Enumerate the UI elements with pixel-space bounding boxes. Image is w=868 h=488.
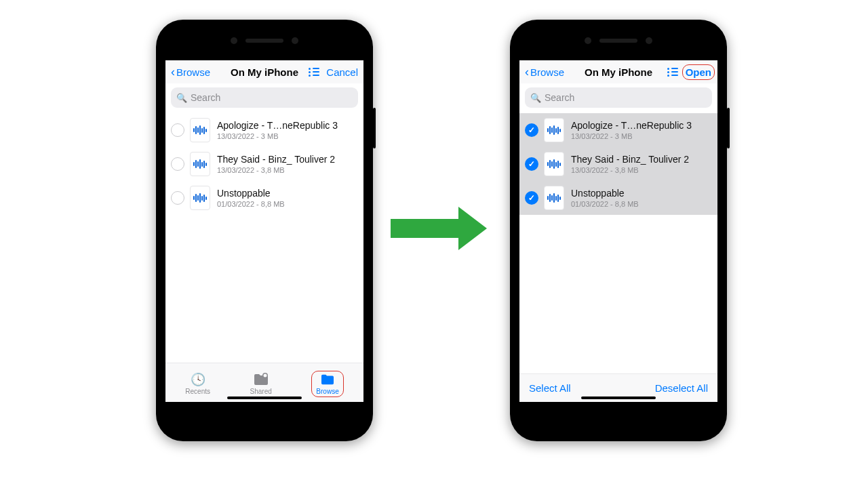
checkbox-empty[interactable]	[171, 191, 184, 205]
phone-mockup-right: ‹ Browse On My iPhone Open 🔍 Search Apol…	[510, 20, 727, 441]
chevron-left-icon: ‹	[525, 66, 529, 78]
checkbox-empty[interactable]	[171, 157, 184, 171]
clock-icon: 🕓	[190, 373, 206, 386]
file-subtitle: 13/03/2022 - 3,8 MB	[217, 166, 335, 174]
home-indicator	[227, 396, 302, 399]
file-row[interactable]: Apologize - T…neRepublic 3 13/03/2022 - …	[519, 113, 717, 147]
audio-file-icon	[544, 152, 564, 176]
file-row[interactable]: They Said - Binz_ Touliver 2 13/03/2022 …	[165, 147, 363, 181]
audio-file-icon	[544, 118, 564, 142]
file-name: Unstoppable	[217, 188, 285, 199]
back-label: Browse	[176, 66, 210, 78]
screen-right: ‹ Browse On My iPhone Open 🔍 Search Apol…	[519, 60, 717, 402]
file-subtitle: 01/03/2022 - 8,8 MB	[217, 200, 285, 208]
file-row[interactable]: Unstoppable 01/03/2022 - 8,8 MB	[519, 181, 717, 215]
navbar: ‹ Browse On My iPhone Open	[519, 60, 717, 83]
tab-browse[interactable]: Browse	[311, 371, 343, 397]
audio-file-icon	[190, 152, 210, 176]
shared-folder-icon	[253, 373, 269, 386]
tab-recents[interactable]: 🕓 Recents	[185, 373, 210, 395]
open-button[interactable]: Open	[682, 64, 715, 80]
tab-shared[interactable]: Shared	[250, 373, 272, 395]
file-row[interactable]: They Said - Binz_ Touliver 2 13/03/2022 …	[519, 147, 717, 181]
cancel-button[interactable]: Cancel	[326, 66, 358, 78]
file-name: Apologize - T…neRepublic 3	[571, 120, 692, 131]
search-placeholder: Search	[545, 92, 574, 103]
phone-mockup-left: ‹ Browse On My iPhone Cancel 🔍 Search Ap…	[156, 20, 373, 441]
earpiece	[231, 37, 298, 44]
chevron-left-icon: ‹	[171, 66, 175, 78]
list-view-icon[interactable]	[309, 68, 319, 77]
file-subtitle: 13/03/2022 - 3 MB	[571, 132, 692, 140]
back-label: Browse	[530, 66, 564, 78]
select-all-button[interactable]: Select All	[529, 382, 571, 394]
file-name: Apologize - T…neRepublic 3	[217, 120, 338, 131]
arrow-icon	[391, 207, 494, 249]
back-button[interactable]: ‹ Browse	[171, 66, 210, 78]
file-subtitle: 01/03/2022 - 8,8 MB	[571, 200, 639, 208]
checkbox-checked[interactable]	[525, 123, 538, 137]
checkbox-checked[interactable]	[525, 191, 538, 205]
file-name: They Said - Binz_ Touliver 2	[571, 154, 689, 165]
svg-point-1	[263, 374, 267, 378]
earpiece	[585, 37, 652, 44]
search-input[interactable]: 🔍 Search	[171, 87, 358, 108]
list-view-icon[interactable]	[667, 68, 678, 77]
audio-file-icon	[190, 186, 210, 210]
page-title: On My iPhone	[231, 66, 298, 78]
file-name: Unstoppable	[571, 188, 639, 199]
search-placeholder: Search	[191, 92, 220, 103]
search-icon: 🔍	[530, 93, 541, 103]
checkbox-empty[interactable]	[171, 123, 184, 137]
file-row[interactable]: Apologize - T…neRepublic 3 13/03/2022 - …	[165, 113, 363, 147]
back-button[interactable]: ‹ Browse	[525, 66, 564, 78]
navbar: ‹ Browse On My iPhone Cancel	[165, 60, 363, 83]
file-name: They Said - Binz_ Touliver 2	[217, 154, 335, 165]
search-input[interactable]: 🔍 Search	[525, 87, 712, 108]
checkbox-checked[interactable]	[525, 157, 538, 171]
home-indicator	[581, 396, 656, 399]
file-subtitle: 13/03/2022 - 3,8 MB	[571, 166, 689, 174]
folder-icon	[319, 373, 336, 386]
file-subtitle: 13/03/2022 - 3 MB	[217, 132, 338, 140]
search-icon: 🔍	[176, 93, 187, 103]
file-list: Apologize - T…neRepublic 3 13/03/2022 - …	[165, 113, 363, 363]
deselect-all-button[interactable]: Deselect All	[655, 382, 708, 394]
audio-file-icon	[190, 118, 210, 142]
audio-file-icon	[544, 186, 564, 210]
screen-left: ‹ Browse On My iPhone Cancel 🔍 Search Ap…	[165, 60, 363, 402]
file-list: Apologize - T…neRepublic 3 13/03/2022 - …	[519, 113, 717, 373]
page-title: On My iPhone	[585, 66, 652, 78]
file-row[interactable]: Unstoppable 01/03/2022 - 8,8 MB	[165, 181, 363, 215]
